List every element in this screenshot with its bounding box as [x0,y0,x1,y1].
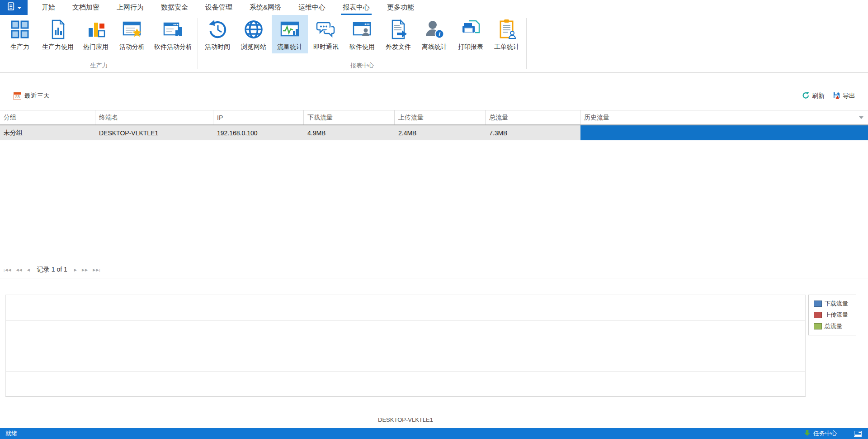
ribbon-item-label: 软件活动分析 [154,43,192,51]
tab-kaishi[interactable]: 开始 [33,0,64,15]
gridline-2MB [6,371,805,372]
cell-terminal: DESKTOP-VLKTLE1 [95,125,213,140]
traffic-bar-chart-plot [5,295,806,397]
menu-bar: 开始 文档加密 上网行为 数据安全 设备管理 系统&网络 运维中心 报表中心 更… [0,0,868,15]
calendar-icon: 23 [14,92,21,100]
pager-prev-icon[interactable]: ◀ [27,268,30,272]
content-toolbar: 23 最近三天 刷新 导出 [0,88,868,104]
gridline-4MB [6,346,805,346]
ribbon-item-waifa-wenjian[interactable]: 外发文件 [380,15,416,53]
ribbon-item-lixian-tongji[interactable]: i 离线统计 [416,15,453,53]
ribbon-item-label: 即时通讯 [313,43,339,51]
pager-next-group-icon[interactable]: ▶▶ [82,268,88,272]
date-range-filter[interactable]: 23 最近三天 [14,92,50,100]
ribbon-item-liuliang-tongji[interactable]: 流量统计 [272,15,308,53]
window-panel-icon[interactable] [854,431,862,437]
ribbon-item-jishi-tongxun[interactable]: 即时通讯 [308,15,344,53]
legend-swatch-upload [814,312,822,318]
tab-xitongwangluo[interactable]: 系统&网络 [241,0,290,15]
ribbon-item-ruanjian-shiyong[interactable]: 软件使用 [344,15,380,53]
ribbon-item-label: 离线统计 [422,43,447,51]
column-header-terminal[interactable]: 终端名 [95,110,213,124]
ribbon-item-label: 活动分析 [119,43,145,51]
ribbon-item-label: 流量统计 [277,43,302,51]
status-text: 就绪 [5,429,17,438]
column-header-download[interactable]: 下载流量 [304,110,395,124]
column-header-group[interactable]: 分组 [0,110,95,124]
legend-swatch-total [814,323,822,329]
cell-ip: 192.168.0.100 [213,125,304,140]
clipboard-user-icon [496,19,517,40]
ribbon-item-liulan-wangzhan[interactable]: 浏览网站 [236,15,272,53]
chart-legend: 下载流量 上传流量 总流量 [808,295,856,335]
window-star-icon [122,19,142,40]
window-user-icon [352,19,373,40]
legend-entry-download: 下载流量 [814,300,856,308]
pager-next-icon[interactable]: ▶ [74,268,77,272]
refresh-button[interactable]: 刷新 [802,91,825,100]
table-row[interactable]: 未分组 DESKTOP-VLKTLE1 192.168.0.100 4.9MB … [0,125,868,140]
ribbon-item-label: 外发文件 [386,43,411,51]
ribbon-item-label: 活动时间 [205,43,230,51]
refresh-icon [802,91,810,100]
app-menu-button[interactable] [0,0,28,15]
gridline-6MB [6,320,805,321]
window-barchart-icon [163,19,184,40]
ribbon: 生产力 生产力使用 热门应用 活动分析 [0,15,868,73]
tab-wendangjiami[interactable]: 文档加密 [64,0,108,15]
svg-text:i: i [439,31,440,38]
task-center-button[interactable]: 任务中心 [804,429,837,438]
grid-icon [9,19,30,40]
tab-shangwangxingwei[interactable]: 上网行为 [108,0,152,15]
pager-prev-group-icon[interactable]: ◀◀ [16,268,22,272]
ribbon-item-label: 软件使用 [349,43,375,51]
record-pager: |◀◀ ◀◀ ◀ 记录 1 of 1 ▶ ▶▶ ▶▶| [4,266,101,274]
hot-apps-bars-icon [85,19,106,40]
cell-group: 未分组 [0,125,95,140]
ribbon-item-label: 生产力使用 [42,43,74,51]
ribbon-group-label-report-center: 报表中心 [199,62,525,72]
ribbon-item-huodong-fenxi[interactable]: 活动分析 [114,15,150,53]
ribbon-item-ruanjian-huodong-fenxi[interactable]: 软件活动分析 [150,15,196,53]
traffic-table: 分组 终端名 IP 下载流量 上传流量 总流量 历史流量 未分组 DESKTOP… [0,110,868,140]
legend-swatch-download [814,301,822,307]
date-range-label: 最近三天 [24,92,50,100]
ribbon-group-label-productivity: 生产力 [2,62,196,72]
cell-history [580,125,868,140]
user-info-icon: i [424,19,445,40]
tab-gengduogongneng[interactable]: 更多功能 [378,0,423,15]
cell-total: 7.3MB [486,125,580,140]
task-center-label: 任务中心 [813,429,837,438]
chart-x-axis-label: DESKTOP-VLKTLE1 [5,416,806,423]
column-header-total[interactable]: 总流量 [486,110,580,124]
document-arrow-icon [388,19,409,40]
ribbon-group-productivity: 生产力 生产力使用 热门应用 活动分析 [2,15,196,72]
download-arrow-icon [804,429,811,438]
pager-first-icon[interactable]: |◀◀ [4,268,11,272]
pager-last-icon[interactable]: ▶▶| [93,268,100,272]
column-header-history[interactable]: 历史流量 [580,110,868,124]
ribbon-item-huodong-shijian[interactable]: 活动时间 [199,15,236,53]
ribbon-item-shengchanli[interactable]: 生产力 [2,15,38,53]
ribbon-item-gongdan-tongji[interactable]: 工单统计 [489,15,525,53]
history-clock-icon [207,19,228,40]
column-header-ip[interactable]: IP [213,110,304,124]
export-button[interactable]: 导出 [833,91,855,100]
export-save-icon [833,91,840,100]
column-menu-arrow-icon[interactable] [859,116,863,119]
ribbon-item-label: 热门应用 [83,43,108,51]
printer-icon [460,19,481,40]
tab-shebeiguanli[interactable]: 设备管理 [197,0,241,15]
column-header-upload[interactable]: 上传流量 [395,110,486,124]
app-menu-icon [7,2,16,13]
ribbon-item-dayin-baobiao[interactable]: 打印报表 [453,15,489,53]
ribbon-group-report-center: 活动时间 浏览网站 流量统计 即时通讯 [199,15,525,72]
tab-yunweizhongxin[interactable]: 运维中心 [290,0,334,15]
tab-baobiaozhongxin[interactable]: 报表中心 [334,0,378,15]
ribbon-item-label: 生产力 [10,43,29,51]
tab-shujuanquan[interactable]: 数据安全 [152,0,197,15]
ribbon-item-label: 打印报表 [458,43,483,51]
globe-icon [243,19,264,40]
ribbon-item-shengchanli-shiyong[interactable]: 生产力使用 [38,15,78,53]
ribbon-item-remen-yingyong[interactable]: 热门应用 [78,15,114,53]
